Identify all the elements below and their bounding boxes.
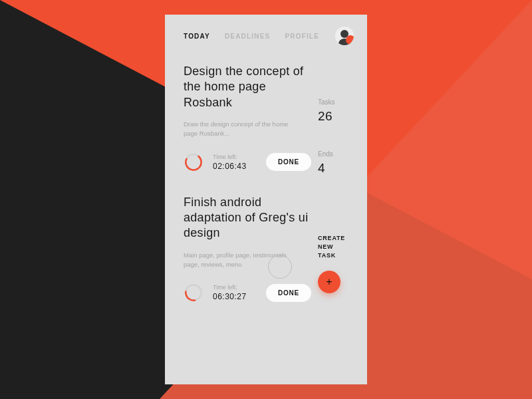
time-left-label: Time left: [213,154,266,160]
sidebar: Tasks 26 Ends 4 CREATE NEW TASK + [318,64,356,375]
tab-today[interactable]: TODAY [184,33,210,40]
done-button[interactable]: DONE [266,284,311,302]
time-left-value: 02:06:43 [213,162,266,171]
stat-label: Tasks [318,98,356,106]
tab-profile[interactable]: PROFILE [285,33,320,40]
loading-ring-icon [268,255,292,279]
task-title: Design the concept of the home page Rosb… [184,64,311,110]
create-task-button[interactable]: + [318,271,340,293]
progress-ring-icon [184,283,203,303]
task-card[interactable]: Finish android adaptation of Greg's ui d… [184,195,311,303]
progress-ring-icon [184,152,203,172]
time-left-label: Time left: [213,284,266,291]
stat-value: 26 [318,109,356,124]
create-task-label: CREATE NEW TASK [318,234,356,260]
task-title: Finish android adaptation of Greg's ui d… [184,195,311,241]
stat-value: 4 [318,161,356,176]
task-description: Draw the design concept of the home page… [184,120,297,139]
stat-label: Ends [318,150,356,158]
tab-deadlines[interactable]: DEADLINES [225,33,271,40]
time-left-value: 06:30:27 [213,292,266,301]
task-card[interactable]: Design the concept of the home page Rosb… [184,64,311,172]
done-button[interactable]: DONE [266,153,311,171]
avatar[interactable] [335,27,354,45]
top-nav: TODAY DEADLINES PROFILE [165,15,367,49]
svg-point-7 [184,284,202,302]
task-list: Design the concept of the home page Rosb… [184,64,318,375]
app-screen: TODAY DEADLINES PROFILE Design the conce… [165,15,367,384]
plus-icon: + [326,277,332,287]
